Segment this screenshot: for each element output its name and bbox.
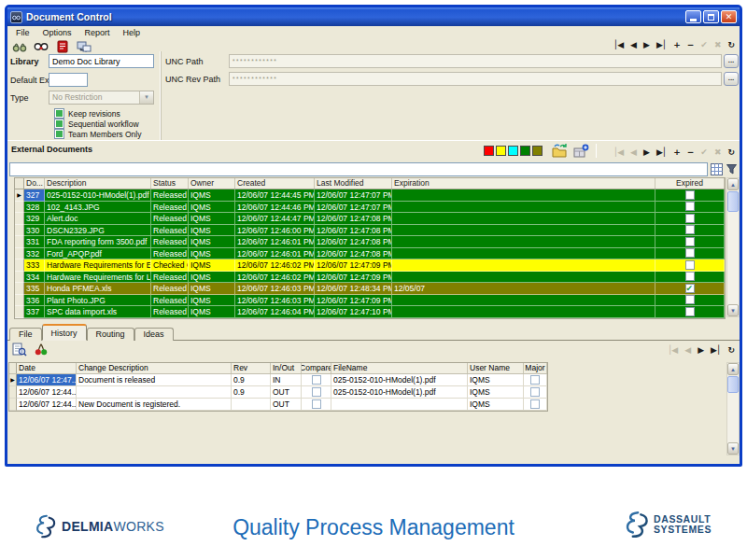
default-ext-input[interactable] [49,73,88,87]
maximize-button[interactable] [703,10,719,23]
history-row[interactable]: 12/06/07 12:44... 0.9 OUT 025-0152-010-H… [9,386,547,399]
nav-delete-button[interactable]: − [687,147,694,157]
scroll-up-icon[interactable]: ▲ [727,178,739,190]
expired-checkbox[interactable] [685,295,695,304]
nav-post-button[interactable]: ✔ [700,147,707,157]
legend-green-swatch[interactable] [520,146,530,156]
nav-next-button[interactable]: ▶ [643,40,649,49]
tab-history[interactable]: History [42,324,87,341]
legend-red-swatch[interactable] [484,146,494,156]
expired-checkbox[interactable] [685,284,695,293]
workstations-icon[interactable] [76,39,92,53]
nav-prior-button[interactable]: ◀ [630,147,636,157]
scrollbar-thumb[interactable] [727,191,739,212]
doc-row[interactable]: ▶ 327 025-0152-010-HModel(1).pdf Release… [15,189,725,202]
minimize-button[interactable] [685,10,701,23]
expired-checkbox[interactable] [685,307,695,316]
document-filter-input[interactable] [9,162,708,176]
col-status[interactable]: Status [151,178,189,189]
tab-ideas[interactable]: Ideas [134,328,174,341]
titlebar[interactable]: Document Control ✕ [7,7,740,26]
unc-rev-path-browse-button[interactable]: ... [724,72,739,86]
doc-row[interactable]: 337 SPC data import.xls Released IQMS 12… [15,306,725,318]
doc-row[interactable]: 336 Plant Photo.JPG Released IQMS 12/06/… [15,295,725,307]
col-date[interactable]: Date [17,363,77,373]
doc-row[interactable]: 329 Alert.doc Released IQMS 12/06/07 12:… [15,213,725,225]
expired-checkbox[interactable] [685,248,695,258]
expired-checkbox[interactable] [685,214,695,223]
scroll-down-icon[interactable]: ▼ [727,442,739,455]
major-checkbox[interactable] [530,375,540,385]
preview-glasses-icon[interactable] [33,39,49,53]
nav-cancel-button[interactable]: ✖ [714,147,721,157]
legend-cyan-swatch[interactable] [508,146,518,156]
type-dropdown[interactable]: No Restriction ▼ [49,91,154,105]
close-button[interactable]: ✕ [721,10,737,23]
scroll-up-icon[interactable]: ▲ [727,363,739,375]
col-last-modified[interactable]: Last Modified [315,178,392,189]
expired-checkbox[interactable] [685,260,695,270]
nav-prior-button[interactable]: ◀ [684,345,690,355]
scroll-down-icon[interactable]: ▼ [727,304,739,316]
col-owner[interactable]: Owner [189,178,235,189]
nav-next-button[interactable]: ▶ [643,147,649,157]
doc-row[interactable]: 334 Hardware Requirements for Larg Relea… [15,272,725,284]
nav-prior-button[interactable]: ◀ [630,40,636,49]
legend-olive-swatch[interactable] [532,146,543,156]
doc-row[interactable]: 335 Honda PFMEA.xls Released IQMS 12/06/… [15,283,725,295]
major-checkbox[interactable] [530,399,540,409]
compare-checkbox[interactable] [312,375,321,385]
compare-versions-icon[interactable] [33,343,49,357]
history-scrollbar[interactable]: ▲ ▼ [726,362,740,455]
tab-file[interactable]: File [9,328,42,341]
menu-report[interactable]: Report [79,28,116,37]
nav-insert-button[interactable]: + [673,40,680,49]
legend-yellow-swatch[interactable] [496,146,506,156]
col-major[interactable]: Major [524,363,547,373]
expired-checkbox[interactable] [685,202,695,211]
doc-row[interactable]: 330 DSCN2329.JPG Released IQMS 12/06/07 … [15,225,725,237]
doc-row[interactable]: 333 Hardware Requirements for Ente Check… [15,259,725,272]
view-document-icon[interactable] [11,343,27,357]
col-created[interactable]: Created [235,178,315,189]
documents-scrollbar[interactable]: ▲ ▼ [726,177,740,317]
col-compare[interactable]: Compare [302,363,331,373]
import-folder-icon[interactable] [551,142,570,160]
nav-first-button[interactable]: │◀ [668,345,677,355]
compare-checkbox[interactable] [312,387,321,397]
nav-last-button[interactable]: ▶│ [656,147,666,157]
expired-checkbox[interactable] [685,237,695,246]
scrollbar-thumb[interactable] [727,376,739,393]
library-input[interactable] [49,54,154,68]
col-user-name[interactable]: User Name [468,363,524,373]
nav-last-button[interactable]: ▶│ [711,345,720,355]
nav-refresh-button[interactable]: ↻ [727,40,734,49]
binoculars-search-icon[interactable] [11,39,27,53]
team-members-only-checkbox[interactable]: Team Members Only [54,129,141,139]
nav-delete-button[interactable]: − [687,40,694,49]
doc-row[interactable]: 331 FDA reporting form 3500.pdf Released… [15,236,725,248]
tab-routing[interactable]: Routing [87,328,134,341]
nav-post-button[interactable]: ✔ [700,40,707,49]
col-in-out[interactable]: In/Out [271,363,302,373]
doc-row[interactable]: 328 102_4143.JPG Released IQMS 12/06/07 … [15,202,725,214]
filter-funnel-icon[interactable] [725,162,739,176]
expired-checkbox[interactable] [685,272,695,281]
sequential-workflow-checkbox[interactable]: Sequential workflow [54,119,139,129]
grid-icon[interactable] [710,162,724,176]
nav-cancel-button[interactable]: ✖ [714,40,721,49]
col-rev[interactable]: Rev [232,363,271,373]
report-icon[interactable] [54,39,70,53]
col-filename[interactable]: FileName [331,363,468,373]
compare-checkbox[interactable] [312,399,321,409]
menu-file[interactable]: File [10,28,35,37]
col-expiration[interactable]: Expiration [392,178,655,189]
keep-revisions-checkbox[interactable]: Keep revisions [54,108,120,119]
doc-row[interactable]: 332 Ford_APQP.pdf Released IQMS 12/06/07… [15,248,725,260]
col-do[interactable]: Do...▼ [24,178,45,189]
history-row[interactable]: ▶ 12/06/07 12:47... Document is released… [9,374,547,386]
nav-last-button[interactable]: ▶│ [656,40,666,49]
col-description[interactable]: Description [45,178,151,189]
nav-first-button[interactable]: │◀ [613,40,623,49]
menu-options[interactable]: Options [37,28,78,37]
